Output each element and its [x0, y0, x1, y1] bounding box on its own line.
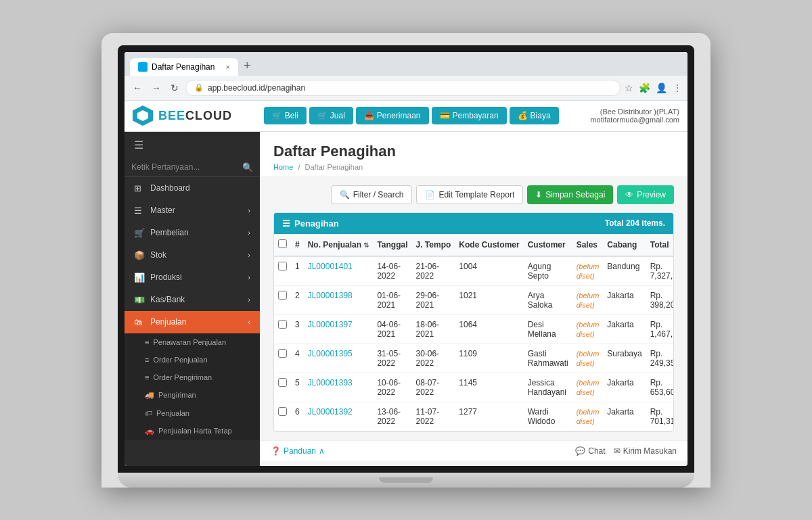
row-checkbox[interactable] — [274, 373, 291, 402]
row-kode-customer: 1021 — [455, 285, 523, 314]
select-all-checkbox[interactable] — [278, 239, 287, 248]
sidebar-item-kasbank[interactable]: 💵 Kas/Bank › — [125, 289, 260, 311]
sidebar-sub-pengiriman[interactable]: 🚚 Pengiriman — [125, 386, 260, 404]
chat-button[interactable]: 💬 Chat — [575, 446, 605, 456]
kirim-masukan-button[interactable]: ✉ Kirim Masukan — [614, 446, 677, 456]
sidebar-item-dashboard[interactable]: ⊞ Dashboard — [125, 177, 260, 199]
penjualan-submenu: ≡ Penawaran Penjualan ≡ Order Penjualan … — [125, 333, 260, 440]
menu-icon[interactable]: ⋮ — [673, 82, 682, 93]
row-no-penjualan[interactable]: JL00001392 — [304, 402, 374, 431]
simpan-label: Simpan Sebagai — [545, 190, 605, 199]
table-header-row: # No. Penjualan ⇅ Tanggal J. Tempo Kode — [274, 234, 674, 256]
dashboard-icon: ⊞ — [134, 183, 145, 193]
sidebar-sub-order-penjualan[interactable]: ≡ Order Penjualan — [125, 351, 260, 369]
jual-label: Jual — [330, 111, 345, 120]
row-checkbox[interactable] — [274, 314, 291, 344]
order-penjualan-icon: ≡ — [145, 356, 149, 364]
send-icon: ✉ — [614, 446, 621, 456]
preview-button[interactable]: 👁 Preview — [617, 185, 674, 204]
total-count: 204 — [626, 218, 639, 228]
active-tab[interactable]: Daftar Penagihan × — [130, 58, 238, 76]
tab-close-button[interactable]: × — [226, 63, 230, 71]
sidebar-item-master[interactable]: ☰ Master › — [125, 199, 260, 222]
sub-item-label: Order Penjualan — [153, 356, 207, 364]
sidebar-item-label: Dashboard — [150, 183, 190, 193]
edit-template-label: Edit Template Report — [438, 190, 514, 199]
row-no-penjualan[interactable]: JL00001395 — [304, 344, 374, 373]
row-no-penjualan[interactable]: JL00001397 — [304, 314, 374, 344]
sidebar-item-label: Kas/Bank — [150, 295, 185, 304]
forward-button[interactable]: → — [149, 81, 164, 95]
main-content: Daftar Penagihan Home / Daftar Penagihan… — [260, 132, 687, 466]
sidebar-sub-penjualan[interactable]: 🏷 Penjualan — [125, 404, 260, 422]
table-row: 5 JL00001393 10-06-2022 08-07-2022 1145 … — [274, 373, 674, 402]
row-total: Rp. 653,609 — [646, 373, 674, 402]
master-icon: ☰ — [134, 206, 145, 216]
panduan-chevron: ∧ — [319, 446, 325, 456]
row-kode-customer: 1277 — [455, 402, 523, 431]
row-sales: (belum diset) — [572, 373, 604, 402]
filter-label: Filter / Search — [353, 190, 404, 199]
footer-right-actions: 💬 Chat ✉ Kirim Masukan — [575, 446, 677, 456]
sidebar-item-label: Master — [150, 206, 175, 215]
table-row: 4 JL00001395 31-05-2022 30-06-2022 1109 … — [274, 344, 674, 373]
sidebar-search-area: 🔍 — [125, 158, 260, 177]
extensions-icon[interactable]: 🧩 — [639, 82, 650, 93]
sidebar-sub-harta-tetap[interactable]: 🚗 Penjualan Harta Tetap — [125, 422, 260, 440]
row-no-penjualan[interactable]: JL00001401 — [304, 256, 374, 286]
chat-label: Chat — [588, 446, 605, 456]
row-tanggal: 10-06-2022 — [373, 373, 411, 402]
sidebar-item-label: Penjualan — [150, 317, 186, 327]
profile-icon[interactable]: 👤 — [656, 82, 667, 93]
row-checkbox[interactable] — [274, 256, 291, 286]
tab-favicon — [138, 62, 148, 72]
row-no-penjualan[interactable]: JL00001398 — [304, 285, 374, 314]
row-j-tempo: 11-07-2022 — [412, 402, 455, 431]
panduan-button[interactable]: ❓ Panduan ∧ — [271, 446, 325, 456]
breadcrumb-home[interactable]: Home — [273, 163, 293, 171]
row-cabang: Jakarta — [603, 285, 646, 314]
filter-search-button[interactable]: 🔍 Filter / Search — [331, 185, 413, 204]
row-customer: Arya Saloka — [524, 285, 572, 314]
edit-template-button[interactable]: 📄 Edit Template Report — [416, 185, 523, 204]
table-row: 6 JL00001392 13-06-2022 11-07-2022 1277 … — [274, 402, 674, 431]
row-sales: (belum diset) — [572, 402, 604, 431]
refresh-button[interactable]: ↻ — [168, 81, 181, 95]
penjualan-icon: 🛍 — [134, 317, 145, 327]
row-checkbox[interactable] — [274, 344, 291, 373]
col-total: Total — [646, 234, 674, 256]
col-customer: Customer — [524, 234, 572, 256]
nav-pembayaran[interactable]: 💳 Pembayaran — [432, 107, 507, 124]
sidebar: ☰ 🔍 ⊞ Dashboard ☰ Master › — [125, 132, 260, 466]
sidebar-item-penjualan[interactable]: 🛍 Penjualan ‹ — [125, 311, 260, 333]
sidebar-item-stok[interactable]: 📦 Stok › — [125, 244, 260, 266]
filter-icon: 🔍 — [340, 190, 350, 199]
bookmark-icon[interactable]: ☆ — [625, 82, 633, 93]
sidebar-hamburger[interactable]: ☰ — [125, 132, 260, 158]
nav-beli[interactable]: 🛒 Beli — [264, 107, 307, 124]
pembelian-icon: 🛒 — [134, 228, 145, 238]
sidebar-item-produksi[interactable]: 📊 Produksi › — [125, 266, 260, 289]
penagihan-table-card: ☰ Penagihan Total 204 items. — [273, 212, 674, 432]
back-button[interactable]: ← — [130, 81, 145, 95]
simpan-sebagai-button[interactable]: ⬇ Simpan Sebagai — [527, 185, 613, 204]
nav-jual[interactable]: 🛒 Jual — [309, 107, 353, 124]
address-bar[interactable]: 🔒 app.beecloud.id/penagihan — [185, 80, 621, 96]
new-tab-button[interactable]: + — [238, 56, 256, 76]
sidebar-search-input[interactable] — [131, 162, 242, 172]
col-no-penjualan[interactable]: No. Penjualan ⇅ — [304, 234, 374, 256]
col-checkbox — [274, 234, 291, 256]
nav-penerimaan[interactable]: 📥 Penerimaan — [356, 107, 429, 124]
row-checkbox[interactable] — [274, 285, 291, 314]
sidebar-sub-penawaran[interactable]: ≡ Penawaran Penjualan — [125, 333, 260, 351]
col-no: # — [291, 234, 304, 256]
sidebar-sub-order-pengiriman[interactable]: ≡ Order Pengiriman — [125, 369, 260, 386]
nav-biaya[interactable]: 💰 Biaya — [510, 107, 559, 124]
sidebar-item-pembelian[interactable]: 🛒 Pembelian › — [125, 222, 260, 244]
row-j-tempo: 30-06-2022 — [412, 344, 455, 373]
row-no-penjualan[interactable]: JL00001393 — [304, 373, 374, 402]
table-row: 3 JL00001397 04-06-2021 18-06-2021 1064 … — [274, 314, 674, 344]
row-cabang: Jakarta — [603, 314, 646, 344]
row-checkbox[interactable] — [274, 402, 291, 431]
order-pengiriman-icon: ≡ — [145, 373, 149, 381]
